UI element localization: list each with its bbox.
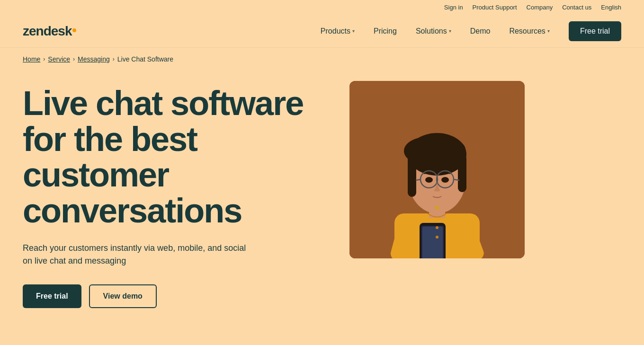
nav-link-pricing[interactable]: Pricing	[366, 23, 404, 39]
breadcrumb-service[interactable]: Service	[48, 55, 70, 63]
hero-section: Live chat software for the best customer…	[0, 67, 644, 332]
company-link[interactable]: Company	[527, 4, 553, 11]
sign-in-link[interactable]: Sign in	[444, 4, 463, 11]
top-utility-bar: Sign in Product Support Company Contact …	[0, 0, 644, 15]
contact-us-link[interactable]: Contact us	[562, 4, 591, 11]
breadcrumb-messaging[interactable]: Messaging	[78, 55, 110, 63]
hero-title: Live chat software for the best customer…	[23, 86, 331, 229]
hero-subtitle: Reach your customers instantly via web, …	[23, 242, 250, 267]
hero-content: Live chat software for the best customer…	[23, 76, 331, 308]
nav-item-resources[interactable]: Resources ▾	[501, 23, 557, 39]
logo-dot	[72, 28, 76, 32]
hero-free-trial-button[interactable]: Free trial	[23, 284, 81, 308]
chevron-down-icon: ▾	[449, 28, 451, 34]
language-selector[interactable]: English	[601, 4, 621, 11]
nav-cta[interactable]: Free trial	[561, 21, 621, 41]
chevron-down-icon: ▾	[352, 28, 355, 34]
product-support-link[interactable]: Product Support	[473, 4, 517, 11]
nav-item-pricing[interactable]: Pricing	[366, 23, 404, 39]
breadcrumb-separator-1: ›	[43, 56, 45, 62]
breadcrumb-current: Live Chat Software	[117, 55, 173, 63]
nav-link-products[interactable]: Products ▾	[313, 23, 362, 39]
nav-free-trial-button[interactable]: Free trial	[569, 21, 621, 41]
hero-actions: Free trial View demo	[23, 284, 331, 308]
nav-item-demo[interactable]: Demo	[463, 23, 498, 39]
hero-image	[349, 81, 525, 258]
logo[interactable]: zendesk	[23, 24, 76, 39]
chevron-down-icon: ▾	[547, 28, 550, 34]
breadcrumb-home[interactable]: Home	[23, 55, 40, 63]
svg-point-22	[435, 206, 439, 210]
nav-link-resources[interactable]: Resources ▾	[501, 23, 557, 39]
nav-link-solutions[interactable]: Solutions ▾	[408, 23, 459, 39]
svg-rect-21	[422, 227, 443, 258]
nav-item-products[interactable]: Products ▾	[313, 23, 362, 39]
svg-point-15	[425, 177, 433, 183]
nav-links: Products ▾ Pricing Solutions ▾ Demo Reso…	[313, 21, 621, 41]
logo-text: zendesk	[23, 24, 72, 38]
breadcrumb-separator-3: ›	[113, 56, 115, 62]
hero-person-illustration	[349, 81, 525, 258]
breadcrumb-separator-2: ›	[73, 56, 75, 62]
svg-point-23	[436, 226, 438, 229]
svg-point-9	[423, 138, 465, 161]
main-navbar: zendesk Products ▾ Pricing Solutions ▾ D…	[0, 15, 644, 48]
nav-item-solutions[interactable]: Solutions ▾	[408, 23, 459, 39]
svg-point-24	[436, 236, 438, 239]
nav-link-demo[interactable]: Demo	[463, 23, 498, 39]
svg-point-16	[441, 177, 449, 183]
breadcrumb: Home › Service › Messaging › Live Chat S…	[0, 48, 644, 67]
svg-rect-7	[458, 154, 466, 192]
hero-view-demo-button[interactable]: View demo	[89, 284, 157, 308]
